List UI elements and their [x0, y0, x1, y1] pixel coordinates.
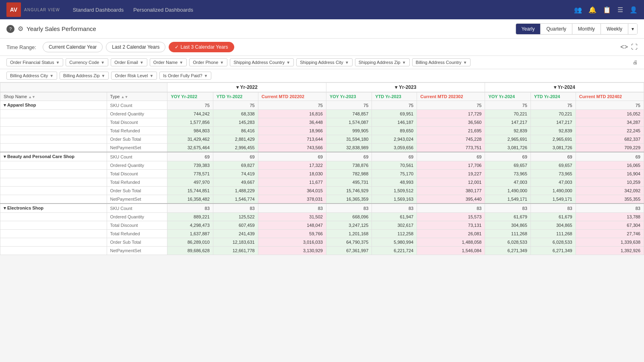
users-icon[interactable]: 👥 [574, 6, 582, 14]
print-icon[interactable]: 🖨 [633, 60, 638, 65]
filter-funnel-icon-7: ▼ [345, 60, 349, 65]
type-cell: NetPaymentSet [107, 195, 167, 204]
nav-standard-dashboards[interactable]: Standard Dashboards [73, 5, 124, 14]
data-cell: 364,015 [258, 187, 326, 195]
col-ytd-2023[interactable]: YTD Yr-2023 [372, 92, 417, 101]
col-ytd-2022[interactable]: YTD Yr-2022 [213, 92, 258, 101]
filter-currency-code[interactable]: Currency Code ▼ [66, 58, 108, 66]
data-cell: 6,221,724 [372, 247, 417, 255]
data-cell: 773,751 [417, 144, 485, 152]
data-cell: 147,217 [485, 118, 530, 127]
filter-order-phone[interactable]: Order Phone ▼ [189, 58, 227, 66]
filter-shipping-country[interactable]: Shipping Address Country ▼ [230, 58, 294, 66]
yr2023-collapse-icon[interactable]: ▾ [395, 84, 397, 90]
page-title: Yearly Sales Performance [27, 25, 516, 32]
data-cell: 75 [372, 101, 417, 110]
table-row: ▾Apparel ShopSKU Count757575757575757575 [0, 101, 644, 110]
nav-personalized-dashboards[interactable]: Personalized Dashboards [133, 5, 193, 14]
data-cell: 83 [213, 204, 258, 213]
shop-collapse-icon[interactable]: ▾ [4, 206, 6, 210]
period-weekly[interactable]: Weekly [601, 24, 628, 34]
data-cell: 12,001 [417, 178, 485, 187]
col-mdt-2023[interactable]: Current MTD 202302 [417, 92, 485, 101]
data-cell: 745,228 [417, 135, 485, 144]
data-cell: 778,571 [167, 170, 213, 178]
checkmark-icon: ✓ [175, 44, 179, 50]
table-row: Ordered Quantity744,24268,33816,816748,8… [0, 110, 644, 118]
yr2024-collapse-icon[interactable]: ▾ [554, 84, 556, 90]
data-cell: 73,965 [485, 170, 530, 178]
filter-shipping-zip[interactable]: Shipping Address Zip ▼ [355, 58, 410, 66]
data-cell: 31,594,180 [326, 135, 372, 144]
time-last-2-years[interactable]: Last 2 Calendar Years [106, 42, 165, 52]
table-row: Total Refunded497,97049,66711,677495,731… [0, 178, 644, 187]
data-cell: 713,644 [258, 135, 326, 144]
col-shop-name[interactable]: Shop Name ▲▼ [0, 92, 107, 101]
data-cell: 6,271,349 [485, 247, 530, 255]
data-cell: 1,574,087 [326, 118, 372, 127]
col-yoy-2024[interactable]: YOY Yr-2024 [485, 92, 530, 101]
col-ytd-2024[interactable]: YTD Yr-2024 [530, 92, 576, 101]
filter-order-financial-status[interactable]: Order Financial Status ▼ [6, 58, 63, 66]
period-yearly[interactable]: Yearly [516, 24, 541, 34]
filter-billing-city[interactable]: Billing Address City ▼ [6, 72, 57, 80]
fullscreen-icon[interactable]: ⛶ [631, 43, 638, 51]
col-mdt-2024[interactable]: Current MTD 202402 [576, 92, 644, 101]
type-cell: Total Discount [107, 118, 167, 127]
table-row: Total Discount4,298,473607,459148,0473,2… [0, 221, 644, 230]
shop-collapse-icon[interactable]: ▾ [4, 103, 6, 107]
shop-collapse-icon[interactable]: ▾ [4, 154, 6, 159]
shop-name-cell: ▾Electronics Shop [0, 204, 107, 213]
code-icon[interactable]: <> [620, 43, 628, 51]
filter-adjust-icon[interactable]: ⚙ [18, 25, 23, 33]
shop-name-cell [0, 127, 107, 135]
filter-billing-zip[interactable]: Billing Address Zip ▼ [60, 72, 109, 80]
data-cell: 1,339,638 [576, 238, 644, 247]
filter-funnel-icon-11: ▼ [101, 74, 105, 78]
user-icon[interactable]: 👤 [630, 6, 638, 14]
data-cell: 75 [530, 101, 576, 110]
filter-fully-paid[interactable]: Is Order Fully Paid? ▼ [159, 72, 211, 80]
help-icon[interactable]: ? [6, 25, 14, 33]
data-cell: 304,865 [485, 221, 530, 230]
time-range-label: Time Range: [6, 44, 36, 50]
data-cell: 1,569,163 [372, 195, 417, 204]
data-cell: 1,490,000 [485, 187, 530, 195]
filter-order-email[interactable]: Order Email ▼ [111, 58, 147, 66]
document-icon[interactable]: 📋 [603, 6, 611, 14]
settings-icon[interactable]: ☰ [617, 6, 623, 14]
data-cell: 378,031 [258, 195, 326, 204]
filter-row-2: Billing Address City ▼ Billing Address Z… [0, 69, 644, 82]
filter-order-name[interactable]: Order Name ▼ [150, 58, 187, 66]
filter-billing-country[interactable]: Billing Address Country ▼ [412, 58, 471, 66]
col-yoy-2022[interactable]: YOY Yr-2022 [167, 92, 213, 101]
time-current-year[interactable]: Current Calendar Year [43, 42, 103, 52]
shop-name-cell [0, 195, 107, 204]
period-monthly[interactable]: Monthly [572, 24, 601, 34]
table-container: ▾ Yr-2022 ▾ Yr-2023 ▾ Yr-2024 [0, 82, 644, 255]
col-mdt-2022[interactable]: Current MTD 202202 [258, 92, 326, 101]
data-cell: 74,419 [213, 170, 258, 178]
data-cell: 1,201,168 [326, 230, 372, 238]
period-dropdown[interactable]: ▾ [628, 24, 637, 34]
shop-name-cell [0, 221, 107, 230]
shop-name-cell [0, 170, 107, 178]
yr2022-collapse-icon[interactable]: ▾ [236, 84, 239, 90]
filter-shipping-city[interactable]: Shipping Address City ▼ [296, 58, 353, 66]
col-type[interactable]: Type ▲▼ [107, 92, 167, 101]
data-cell: 22,245 [576, 127, 644, 135]
time-last-3-years[interactable]: ✓ Last 3 Calendar Years [169, 42, 234, 52]
bell-icon[interactable]: 🔔 [588, 6, 597, 14]
data-cell: 69 [213, 152, 258, 161]
data-cell: 67,304 [576, 221, 644, 230]
shop-name-cell [0, 230, 107, 238]
data-cell: 61,679 [530, 213, 576, 221]
filter-order-risk[interactable]: Order Risk Level ▼ [111, 72, 157, 80]
col-yoy-2023[interactable]: YOY Yr-2023 [326, 92, 372, 101]
filter-funnel-icon-9: ▼ [463, 60, 467, 65]
data-cell: 83 [485, 204, 530, 213]
period-quarterly[interactable]: Quarterly [541, 24, 572, 34]
data-cell: 241,439 [213, 230, 258, 238]
shop-name-cell: ▾Apparel Shop [0, 101, 107, 110]
shop-name-cell: ▾Beauty and Personal Care Shop [0, 152, 107, 161]
